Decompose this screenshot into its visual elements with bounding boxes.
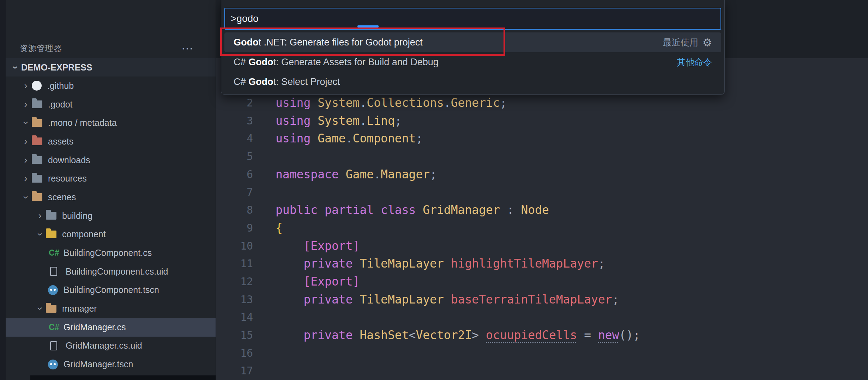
godot-icon xyxy=(48,285,58,295)
chevron-icon[interactable]: › xyxy=(20,155,32,166)
chevron-icon[interactable]: › xyxy=(20,173,32,184)
command-palette-input[interactable] xyxy=(224,8,721,30)
chevron-icon[interactable]: › xyxy=(34,210,46,221)
root-folder-label: DEMO-EXPRESS xyxy=(21,62,92,73)
tree-item-gridmanager.tscn[interactable]: GridManager.tscn xyxy=(0,355,216,374)
tree-item-gridmanager.cs.uid[interactable]: GridManager.cs.uid xyxy=(0,337,216,355)
line-number: 16 xyxy=(216,344,253,362)
chevron-icon[interactable]: › xyxy=(35,228,46,240)
tree-item-label: building xyxy=(62,211,92,221)
code-text xyxy=(253,183,276,201)
chevron-icon[interactable]: › xyxy=(20,80,32,91)
palette-item-1[interactable]: Godot .NET: Generate files for Godot pro… xyxy=(224,32,721,52)
code-line-11: 11 private TileMapLayer highlightTileMap… xyxy=(216,255,640,273)
line-number: 2 xyxy=(216,94,253,112)
chevron-icon[interactable]: › xyxy=(20,136,32,147)
line-number: 4 xyxy=(216,130,253,148)
line-number: 15 xyxy=(216,326,253,344)
csharp-icon: C# xyxy=(48,323,60,332)
folder-icon xyxy=(32,193,42,201)
explorer-header: 资源管理器 ⋯ xyxy=(0,39,216,57)
code-text xyxy=(253,308,276,326)
code-text: using System.Linq; xyxy=(253,112,402,130)
code-editor[interactable]: 2using System.Collections.Generic;3using… xyxy=(216,94,640,380)
chevron-icon[interactable]: › xyxy=(20,99,32,110)
explorer-sidebar: 资源管理器 ⋯ › DEMO-EXPRESS ›.github›.godot›.… xyxy=(0,0,216,380)
tree-horizontal-scrollbar[interactable] xyxy=(30,375,216,380)
code-text xyxy=(253,344,276,362)
tree-item-manager[interactable]: ›manager xyxy=(0,299,216,318)
line-number: 8 xyxy=(216,201,253,219)
activity-bar-edge xyxy=(0,0,6,380)
tree-item-buildingcomponent.cs.uid[interactable]: BuildingComponent.cs.uid xyxy=(0,262,216,281)
code-line-3: 3using System.Linq; xyxy=(216,112,640,130)
tree-item-.mono-metadata[interactable]: ›.mono / metadata xyxy=(0,114,216,132)
code-text: private TileMapLayer baseTerrainTileMapL… xyxy=(253,291,619,309)
tree-item-label: .godot xyxy=(48,99,73,110)
chevron-icon[interactable]: › xyxy=(20,191,31,203)
component-folder-icon xyxy=(46,231,56,238)
folder-icon xyxy=(32,156,42,164)
assets-folder-icon xyxy=(32,137,42,145)
tree-root-demo-express[interactable]: › DEMO-EXPRESS xyxy=(0,58,216,76)
folder-icon xyxy=(46,305,56,313)
tree-item-.godot[interactable]: ›.godot xyxy=(0,95,216,114)
more-actions-icon[interactable]: ⋯ xyxy=(181,45,194,52)
code-line-10: 10 [Export] xyxy=(216,237,640,255)
palette-results-list: Godot .NET: Generate files for Godot pro… xyxy=(224,32,721,92)
tree-item-building[interactable]: ›building xyxy=(0,207,216,225)
tree-item-.github[interactable]: ›.github xyxy=(0,76,216,95)
tree-item-buildingcomponent.tscn[interactable]: BuildingComponent.tscn xyxy=(0,281,216,300)
tree-item-component[interactable]: ›component xyxy=(0,225,216,244)
palette-item-2[interactable]: C# Godot: Generate Assets for Build and … xyxy=(224,52,721,72)
code-line-9: 9{ xyxy=(216,219,640,237)
palette-item-right: 其他命令 xyxy=(677,56,712,68)
folder-icon xyxy=(46,212,56,220)
code-line-13: 13 private TileMapLayer baseTerrainTileM… xyxy=(216,291,640,309)
line-number: 10 xyxy=(216,237,253,255)
chevron-icon[interactable]: › xyxy=(10,61,21,73)
code-text: [Export] xyxy=(253,237,360,255)
tree-item-buildingcomponent.cs[interactable]: C#BuildingComponent.cs xyxy=(0,244,216,262)
tree-item-scenes[interactable]: ›scenes xyxy=(0,188,216,207)
tree-item-downloads[interactable]: ›downloads xyxy=(0,151,216,170)
tree-item-label: manager xyxy=(62,304,97,314)
code-text: using System.Collections.Generic; xyxy=(253,94,507,112)
chevron-icon[interactable]: › xyxy=(20,117,31,129)
tree-item-label: component xyxy=(62,229,106,239)
code-text: { xyxy=(253,219,283,237)
palette-item-right-label: 最近使用 xyxy=(663,37,698,48)
tree-item-gridmanager.cs[interactable]: C#GridManager.cs xyxy=(0,318,216,337)
tree-item-resources[interactable]: ›resources xyxy=(0,169,216,188)
code-line-8: 8public partial class GridManager : Node xyxy=(216,201,640,219)
line-number: 6 xyxy=(216,166,253,184)
line-number: 12 xyxy=(216,273,253,291)
tree-item-label: GridManager.tscn xyxy=(64,359,133,369)
code-line-12: 12 [Export] xyxy=(216,273,640,291)
code-line-5: 5 xyxy=(216,148,640,166)
palette-item-right: 最近使用⚙ xyxy=(663,36,712,49)
folder-icon xyxy=(32,100,42,108)
code-text xyxy=(253,148,276,166)
tree-item-label: .mono / metadata xyxy=(48,118,117,128)
tree-item-label: GridManager.cs.uid xyxy=(66,341,142,351)
chevron-icon[interactable]: › xyxy=(35,303,46,315)
csharp-icon: C# xyxy=(48,248,60,258)
command-palette: Godot .NET: Generate files for Godot pro… xyxy=(221,0,725,95)
palette-item-label: Godot .NET: Generate files for Godot pro… xyxy=(234,37,423,48)
code-line-17: 17 xyxy=(216,362,640,380)
code-line-16: 16 xyxy=(216,344,640,362)
code-line-4: 4using Game.Component; xyxy=(216,130,640,148)
tree-item-label: .github xyxy=(47,81,74,91)
palette-item-3[interactable]: C# Godot: Select Project xyxy=(224,72,721,92)
tree-item-label: resources xyxy=(48,173,87,184)
tree-item-assets[interactable]: ›assets xyxy=(0,132,216,151)
file-icon xyxy=(50,267,57,276)
line-number: 17 xyxy=(216,362,253,380)
code-line-2: 2using System.Collections.Generic; xyxy=(216,94,640,112)
explorer-title: 资源管理器 xyxy=(20,43,62,54)
tree-item-label: assets xyxy=(48,136,73,147)
tree-item-label: BuildingComponent.cs.uid xyxy=(66,266,168,277)
line-number: 13 xyxy=(216,291,253,309)
gear-icon[interactable]: ⚙ xyxy=(703,36,712,49)
